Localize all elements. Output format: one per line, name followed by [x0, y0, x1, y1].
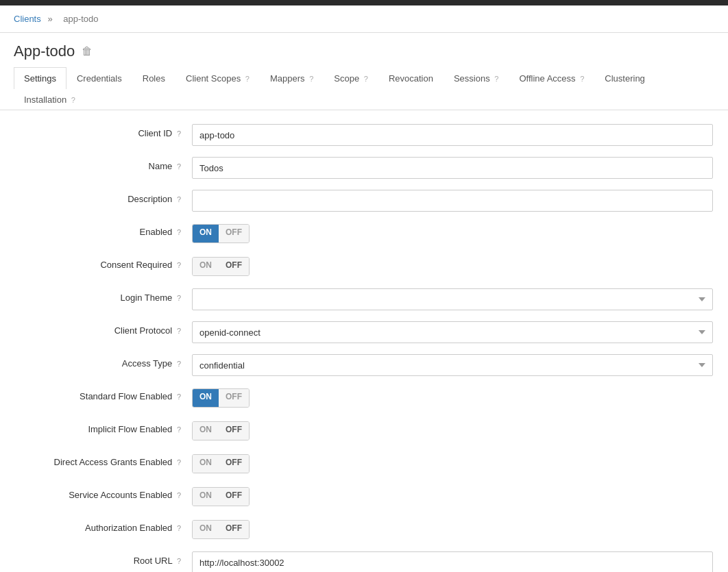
direct-access-toggle[interactable]: ON OFF [192, 454, 250, 473]
page-header: App-todo 🗑 [0, 33, 728, 60]
tab-credentials[interactable]: Credentials [66, 67, 132, 89]
description-help-icon: ? [177, 195, 181, 203]
consent-required-toggle[interactable]: ON OFF [192, 257, 250, 276]
authorization-enabled-toggle[interactable]: ON OFF [192, 520, 250, 539]
login-theme-select-wrap [192, 288, 714, 310]
tabs-nav: Settings Credentials Roles Client Scopes… [0, 67, 728, 110]
top-bar [0, 0, 728, 5]
implicit-flow-toggle-on[interactable]: ON [193, 422, 219, 440]
login-theme-help-icon: ? [177, 294, 181, 302]
root-url-input[interactable] [192, 551, 713, 572]
direct-access-row: Direct Access Grants Enabled ? ON OFF [14, 453, 714, 475]
root-url-input-wrap [192, 551, 714, 572]
service-accounts-label: Service Accounts Enabled ? [14, 486, 192, 500]
access-type-help-icon: ? [177, 360, 181, 368]
direct-access-toggle-off[interactable]: OFF [219, 455, 249, 473]
consent-required-toggle-wrap: ON OFF [192, 256, 714, 277]
name-help-icon: ? [177, 162, 181, 171]
description-row: Description ? [14, 190, 714, 212]
client-id-row: Client ID ? [14, 124, 714, 146]
service-accounts-toggle-off[interactable]: OFF [219, 488, 249, 506]
root-url-label: Root URL ? [14, 551, 192, 566]
tab-scope-help-icon: ? [364, 75, 368, 83]
enabled-help-icon: ? [177, 228, 181, 236]
consent-required-row: Consent Required ? ON OFF [14, 256, 714, 277]
service-accounts-toggle-wrap: ON OFF [192, 486, 714, 508]
tab-sessions[interactable]: Sessions ? [444, 67, 509, 89]
client-id-input[interactable] [192, 124, 713, 146]
client-id-input-wrap [192, 124, 714, 146]
standard-flow-row: Standard Flow Enabled ? ON OFF [14, 387, 714, 409]
direct-access-label: Direct Access Grants Enabled ? [14, 453, 192, 467]
tab-mappers[interactable]: Mappers ? [260, 67, 324, 89]
consent-required-toggle-on[interactable]: ON [193, 258, 219, 275]
root-url-row: Root URL ? [14, 551, 714, 572]
tab-installation[interactable]: Installation ? [14, 88, 86, 110]
client-id-help-icon: ? [177, 129, 181, 138]
standard-flow-toggle[interactable]: ON OFF [192, 388, 250, 408]
authorization-enabled-toggle-on[interactable]: ON [193, 521, 219, 538]
breadcrumb: Clients » app-todo [0, 5, 728, 33]
service-accounts-toggle[interactable]: ON OFF [192, 487, 250, 506]
delete-client-button[interactable]: 🗑 [82, 45, 93, 58]
tab-client-scopes-help-icon: ? [245, 75, 250, 83]
standard-flow-help-icon: ? [177, 393, 181, 401]
tab-revocation[interactable]: Revocation [378, 67, 444, 89]
service-accounts-toggle-on[interactable]: ON [193, 488, 219, 506]
service-accounts-row: Service Accounts Enabled ? ON OFF [14, 486, 714, 508]
implicit-flow-row: Implicit Flow Enabled ? ON OFF [14, 420, 714, 442]
consent-required-toggle-off[interactable]: OFF [219, 258, 249, 275]
client-id-label: Client ID ? [14, 124, 192, 138]
name-label: Name ? [14, 157, 192, 171]
direct-access-help-icon: ? [177, 458, 181, 467]
enabled-label: Enabled ? [14, 223, 192, 237]
name-input[interactable] [192, 157, 713, 179]
enabled-toggle-off[interactable]: OFF [219, 225, 249, 243]
client-protocol-help-icon: ? [177, 327, 181, 335]
implicit-flow-help-icon: ? [177, 425, 181, 434]
access-type-select[interactable]: confidential public bearer-only [192, 354, 713, 376]
tab-offline-access[interactable]: Offline Access ? [509, 67, 594, 89]
description-label: Description ? [14, 190, 192, 204]
access-type-row: Access Type ? confidential public bearer… [14, 354, 714, 376]
breadcrumb-clients-link[interactable]: Clients [14, 14, 41, 24]
tab-client-scopes[interactable]: Client Scopes ? [175, 67, 260, 89]
direct-access-toggle-on[interactable]: ON [193, 455, 219, 473]
tab-installation-help-icon: ? [71, 96, 75, 104]
authorization-enabled-row: Authorization Enabled ? ON OFF [14, 519, 714, 540]
tab-settings[interactable]: Settings [14, 67, 66, 89]
breadcrumb-current: app-todo [63, 14, 98, 24]
name-row: Name ? [14, 157, 714, 179]
enabled-toggle[interactable]: ON OFF [192, 224, 250, 243]
root-url-help-icon: ? [177, 557, 181, 565]
page-title: App-todo [14, 42, 75, 60]
client-protocol-row: Client Protocol ? openid-connect saml [14, 321, 714, 343]
client-protocol-label: Client Protocol ? [14, 321, 192, 336]
standard-flow-toggle-wrap: ON OFF [192, 387, 714, 409]
enabled-toggle-on[interactable]: ON [193, 225, 219, 243]
login-theme-select[interactable] [192, 288, 713, 310]
client-protocol-select[interactable]: openid-connect saml [192, 321, 713, 343]
description-input[interactable] [192, 190, 713, 212]
consent-required-help-icon: ? [177, 261, 181, 269]
tab-clustering[interactable]: Clustering [594, 67, 655, 89]
settings-form: Client ID ? Name ? Description ? Enabled… [0, 110, 728, 572]
breadcrumb-separator: » [47, 14, 52, 24]
implicit-flow-toggle-off[interactable]: OFF [219, 422, 249, 440]
tab-mappers-help-icon: ? [309, 75, 313, 83]
standard-flow-toggle-on[interactable]: ON [193, 389, 219, 407]
client-protocol-select-wrap: openid-connect saml [192, 321, 714, 343]
login-theme-label: Login Theme ? [14, 288, 192, 303]
implicit-flow-toggle-wrap: ON OFF [192, 420, 714, 442]
standard-flow-toggle-off[interactable]: OFF [219, 389, 249, 407]
consent-required-label: Consent Required ? [14, 256, 192, 270]
service-accounts-help-icon: ? [177, 491, 181, 499]
enabled-row: Enabled ? ON OFF [14, 223, 714, 245]
standard-flow-label: Standard Flow Enabled ? [14, 387, 192, 401]
tab-roles[interactable]: Roles [132, 67, 175, 89]
tab-sessions-help-icon: ? [494, 75, 498, 83]
authorization-enabled-toggle-off[interactable]: OFF [219, 521, 249, 538]
tab-scope[interactable]: Scope ? [324, 67, 378, 89]
tab-offline-access-help-icon: ? [580, 75, 584, 83]
implicit-flow-toggle[interactable]: ON OFF [192, 421, 250, 440]
